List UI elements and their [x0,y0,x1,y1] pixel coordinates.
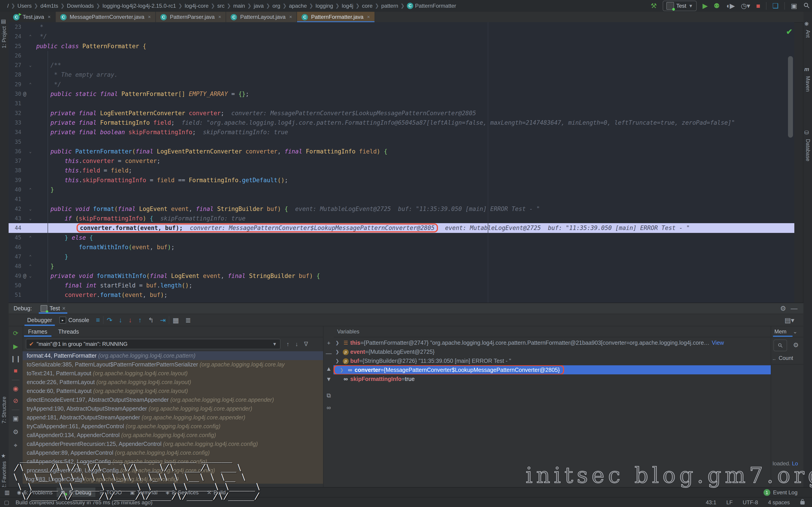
fold-marker[interactable] [28,127,33,137]
caret-position[interactable]: 43:1 [706,499,716,506]
drop-frame-icon[interactable]: ↰ [148,316,154,324]
window-menu-icon[interactable]: ▥ [5,489,10,496]
editor-gutter[interactable]: 51 [9,290,34,300]
sidebar-item-project[interactable]: 1: Project [1,26,7,48]
indent-setting[interactable]: 4 spaces [768,499,790,506]
stack-frame-row[interactable]: callAppenders:542, LoggerConfig (org.apa… [23,457,323,466]
breadcrumb-item[interactable]: Users [17,3,32,9]
sidebar-item-maven[interactable]: Maven [805,76,811,92]
debug-session-tab[interactable]: Test × [39,303,67,314]
database-icon[interactable]: ⛁ [804,129,809,136]
breadcrumb-item[interactable]: core [362,3,373,9]
editor-gutter[interactable]: 43 ⌄ [9,214,34,223]
editor-tab[interactable]: CMessagePatternConverter.java× [56,12,156,22]
hide-icon[interactable]: — [791,305,798,312]
fold-marker[interactable] [28,42,33,51]
run-button[interactable]: ▶ [703,2,708,9]
stack-frame-row[interactable]: callAppenderPreventRecursion:125, Append… [23,440,323,448]
stack-frame-row[interactable]: encode:60, PatternLayout (org.apache.log… [23,387,323,395]
mute-breakpoints-icon[interactable]: ⊘ [9,397,23,404]
filter-frames-icon[interactable]: ∇ [304,341,308,348]
editor-gutter[interactable]: 44 [9,223,34,233]
tool-window-button-debug[interactable]: ⚉5: Debug [57,488,95,498]
fold-marker[interactable]: ⌃ [28,80,33,89]
fold-marker[interactable]: ⌃ [28,185,33,194]
sidebar-item-favorites[interactable]: 2: Favorites [1,461,7,489]
fold-marker[interactable] [28,156,33,166]
run-to-cursor-icon[interactable]: ⇥ [160,316,166,324]
coverage-button[interactable]: ◖▶ [726,2,735,9]
fold-marker[interactable] [28,194,33,204]
expand-chevron-icon[interactable]: ❯ [338,367,346,373]
layout-settings-icon[interactable]: ≡ [96,316,100,324]
next-frame-icon[interactable]: ↓ [295,341,298,348]
editor-gutter[interactable]: 33 [9,118,34,127]
editor-gutter[interactable]: 30@ [9,89,34,99]
fold-marker[interactable] [28,290,33,300]
fold-marker[interactable] [28,281,33,290]
editor-gutter[interactable]: 24 ⌃ [9,32,34,41]
editor-gutter[interactable]: 29 ⌃ [9,80,34,89]
profiler-button[interactable]: ◷▾ [741,2,750,9]
close-icon[interactable]: × [62,305,65,312]
fold-marker[interactable]: ⌄ [28,60,33,70]
fold-marker[interactable]: ⌄ [28,204,33,214]
breadcrumb-item[interactable]: apache [289,3,307,9]
breadcrumb-item[interactable]: java [254,3,264,9]
close-icon[interactable]: × [289,14,292,20]
memory-header[interactable]: Mem ⌄ [771,326,804,337]
fold-marker[interactable] [28,51,33,60]
editor-gutter[interactable]: 36 ⌄ [9,147,34,156]
move-up-icon[interactable]: ▲ [323,365,334,372]
gear-icon[interactable]: ⚙ [780,305,786,312]
editor-tab[interactable]: CPatternParser.java× [156,12,226,22]
fold-marker[interactable] [28,166,33,175]
fold-marker[interactable] [28,242,33,252]
editor-gutter[interactable]: 28 [9,70,34,79]
tool-window-button-build[interactable]: ⚒Build [203,488,230,498]
stack-frame-row[interactable]: callAppender:89, AppenderControl (org.ap… [23,448,323,457]
breadcrumb-item[interactable]: logging [316,3,333,9]
breadcrumb-class[interactable]: CPatternFormatter [407,3,456,9]
fold-marker[interactable] [28,175,33,185]
fold-marker[interactable]: ⌄ [28,214,33,223]
stop-button[interactable]: ■ [756,2,760,9]
view-link[interactable]: View [712,340,724,346]
event-log-button[interactable]: 1Event Log [764,489,798,496]
duplicate-icon[interactable]: ⧉ [323,392,334,399]
lock-icon[interactable] [800,499,805,506]
fold-marker[interactable] [28,118,33,127]
variable-row-this[interactable]: ❯☰this = {PatternFormatter@2747} "org.ap… [334,338,771,347]
memory-search-box[interactable] [773,340,787,351]
expand-chevron-icon[interactable]: ❯ [334,340,341,345]
stack-frame-row[interactable]: processLogEvent:500, LoggerConfig (org.a… [23,466,323,475]
gear-icon[interactable]: ⚙ [793,341,799,349]
run-anything-icon[interactable]: ▣ [791,2,797,9]
editor-gutter[interactable]: 42 ⌄ [9,204,34,214]
debug-button[interactable]: ⚉ [714,2,720,9]
fold-marker[interactable]: ⌃ [28,32,33,41]
tool-window-button-terminal[interactable]: ▣Terminal [126,488,162,498]
expand-chevron-icon[interactable]: ❯ [334,358,341,363]
build-hammer-icon[interactable]: ⚒ [651,2,657,9]
editor-gutter[interactable]: 41 [9,194,34,204]
fold-marker[interactable]: ⌄ [28,271,33,281]
remove-watch-icon[interactable]: — [323,350,334,357]
editor-gutter[interactable]: 27 ⌄ [9,60,34,70]
evaluate-expression-icon[interactable]: ▦ [172,316,179,324]
stack-frame-row[interactable]: format:44, PatternFormatter (org.apache.… [23,351,323,360]
tab-frames[interactable]: Frames [23,326,53,337]
editor-gutter[interactable]: 35 [9,137,34,147]
tool-window-button-todo[interactable]: ☰TODO [95,488,126,498]
editor-gutter[interactable]: 23 [9,22,34,32]
editor-gutter[interactable]: 47 ⌃ [9,252,34,262]
tool-window-button-services[interactable]: ◈8: Services [161,488,203,498]
maven-icon[interactable]: m [804,66,809,72]
editor-gutter[interactable]: 49@⌄ [9,271,34,281]
stack-frame-row[interactable]: log:483, LoggerConfig (org.apache.loggin… [23,475,323,484]
step-into-icon[interactable]: ↓ [119,316,122,324]
editor-gutter[interactable]: 34 [9,127,34,137]
stack-frame-row[interactable]: directEncodeEvent:197, AbstractOutputStr… [23,395,323,404]
editor-tab[interactable]: CPatternFormatter.java× [297,12,375,22]
editor-gutter[interactable]: 46 [9,242,34,252]
